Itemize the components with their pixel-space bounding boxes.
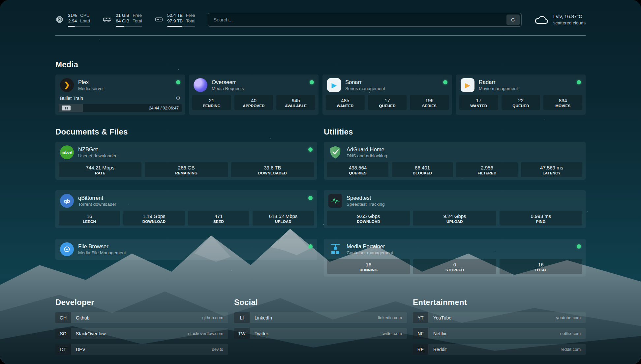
stat-series: 196 SERIES (410, 95, 449, 110)
nzbget-icon: nzbget (60, 145, 74, 159)
bookmark-url: youtube.com (556, 315, 586, 320)
service-card-sonarr[interactable]: ▶ Sonarr Series management 485 WANTED (322, 75, 452, 115)
cloud-icon (534, 15, 549, 25)
bookmark-netflix[interactable]: NF Netflix netflix.com (413, 328, 586, 339)
page-content: 31% 2.94 CPU Load (0, 0, 641, 364)
service-card-overseerr[interactable]: Overseerr Media Requests 21 PENDING 40 A… (189, 75, 319, 115)
radarr-icon: ▶ (461, 78, 474, 92)
service-desc: Media Requests (212, 86, 305, 91)
service-name: Plex (78, 79, 172, 86)
search-provider-button[interactable]: G (506, 15, 520, 25)
weather-widget: Lviv, 16.87°C scattered clouds (534, 13, 586, 26)
bookmark-name: DEV (71, 347, 85, 352)
stat-pending: 21 PENDING (192, 95, 231, 110)
service-desc: Media server (78, 86, 172, 91)
status-dot (176, 80, 180, 84)
filebrowser-icon (60, 242, 74, 256)
stat-leech: 16 LEECH (59, 211, 120, 226)
memory-free: 21 GiB (116, 13, 129, 18)
overseerr-icon (194, 78, 207, 92)
service-desc: Series management (345, 86, 439, 91)
disk-progressbar (167, 26, 196, 27)
bookmark-dev[interactable]: DT DEV dev.to (55, 344, 228, 355)
bookmark-reddit[interactable]: RE Reddit reddit.com (413, 344, 586, 355)
service-name: AdGuard Home (347, 146, 581, 153)
bookmark-group-entertainment: Entertainment YT YouTube youtube.com NF … (413, 298, 586, 360)
stat-queries: 498,564 QUERIES (327, 162, 388, 177)
stat-filtered: 2,956 FILTERED (456, 162, 518, 177)
section-title-utilities: Utilities (324, 127, 586, 136)
header-divider (55, 35, 586, 36)
bookmark-url: netflix.com (560, 331, 586, 336)
memory-label-1: Free (133, 13, 142, 18)
service-card-portainer[interactable]: Media Portainer Container management 16 … (324, 239, 586, 277)
portainer-icon (328, 242, 342, 256)
status-dot (308, 147, 313, 152)
speedtest-icon (328, 194, 342, 208)
cpu-icon (55, 15, 64, 24)
bookmark-url: dev.to (212, 347, 228, 352)
stat-download: 1.19 Gbps DOWNLOAD (123, 211, 185, 226)
pause-icon[interactable] (62, 106, 71, 110)
section-title-media: Media (55, 60, 586, 69)
disk-total: 97.9 TB (167, 18, 183, 24)
bookmark-github[interactable]: GH Github github.com (55, 312, 228, 323)
gear-icon[interactable]: ⚙ (176, 95, 180, 101)
player-time: 24:44 / 02:06:47 (149, 106, 179, 110)
bookmark-youtube[interactable]: YT YouTube youtube.com (413, 312, 586, 323)
bookmark-url: github.com (202, 315, 228, 320)
disk-free: 52.4 TB (167, 13, 183, 18)
bookmark-abbr: GH (55, 312, 71, 323)
service-card-adguard[interactable]: AdGuard Home DNS and adblocking 498,564 … (324, 142, 586, 180)
stat-queued: 22 QUEUED (502, 95, 540, 110)
cpu-percent: 31% (68, 13, 77, 18)
bookmark-group-social: Social LI LinkedIn linkedin.com TW Twitt… (234, 298, 407, 360)
service-card-speedtest[interactable]: Speedtest Speedtest Tracking 9.65 Gbps D… (324, 190, 586, 228)
plex-player-bar[interactable]: 24:44 / 02:06:47 (59, 104, 182, 112)
status-dot (443, 80, 447, 84)
status-dot (577, 80, 581, 84)
disk-widget: 52.4 TB 97.9 TB Free Total (155, 13, 196, 27)
stat-download: 9.65 Gbps DOWNLOAD (327, 211, 410, 226)
qbittorrent-icon: qb (60, 194, 74, 208)
bookmark-name: Github (71, 315, 89, 320)
service-card-plex[interactable]: ❯ Plex Media server Bullet Train ⚙ (55, 75, 185, 115)
bookmark-abbr: SO (55, 328, 71, 339)
bookmark-name: LinkedIn (250, 315, 272, 320)
plex-icon: ❯ (60, 78, 74, 92)
service-name: Radarr (479, 79, 572, 86)
cpu-label-2: Load (80, 18, 90, 24)
bookmark-url: linkedin.com (378, 315, 407, 320)
bookmark-group-title: Social (234, 298, 407, 307)
status-dot (577, 244, 581, 249)
cpu-label-1: CPU (80, 13, 90, 18)
bookmark-stackoverflow[interactable]: SO StackOverflow stackoverflow.com (55, 328, 228, 339)
service-card-nzbget[interactable]: nzbget NZBGet Usenet downloader 744.21 M… (55, 142, 317, 180)
bookmark-twitter[interactable]: TW Twitter twitter.com (234, 328, 407, 339)
service-name: Overseerr (212, 79, 305, 86)
disk-icon (155, 15, 163, 24)
cpu-load: 2.94 (68, 18, 77, 24)
memory-label-2: Total (133, 18, 142, 24)
service-card-filebrowser[interactable]: File Browser Media File Management (55, 239, 317, 260)
stat-upload: 9.24 Gbps UPLOAD (413, 211, 496, 226)
stat-ping: 0.993 ms PING (500, 211, 582, 226)
memory-total: 64 GiB (116, 18, 129, 24)
disk-label-1: Free (186, 13, 196, 18)
bookmark-name: Twitter (250, 331, 268, 336)
service-card-qbittorrent[interactable]: qb qBittorrent Torrent downloader 16 LEE… (55, 190, 317, 228)
stat-latency: 47.569 ms LATENCY (521, 162, 582, 177)
memory-widget: 21 GiB 64 GiB Free Total (103, 13, 142, 27)
stat-remaining: 266 GB REMAINING (145, 162, 228, 177)
stat-stopped: 0 STOPPED (413, 259, 496, 274)
bookmark-linkedin[interactable]: LI LinkedIn linkedin.com (234, 312, 407, 323)
section-title-documents: Documents & Files (55, 127, 317, 136)
service-card-radarr[interactable]: ▶ Radarr Movie management 17 WANTED (456, 75, 586, 115)
service-name: Speedtest (347, 195, 581, 201)
service-name: qBittorrent (78, 195, 304, 201)
stat-upload: 618.52 Mbps UPLOAD (253, 211, 314, 226)
service-desc: DNS and adblocking (347, 153, 581, 159)
search-input[interactable] (208, 17, 506, 22)
stat-available: 945 AVAILABLE (276, 95, 315, 110)
service-desc: Speedtest Tracking (347, 201, 581, 207)
